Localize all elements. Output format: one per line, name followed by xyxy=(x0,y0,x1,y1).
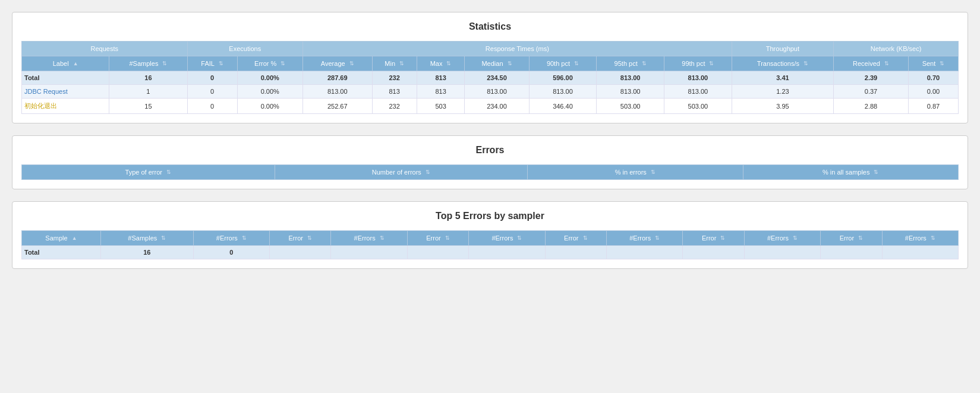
col-error4[interactable]: Error⇅ xyxy=(683,231,745,246)
group-header-requests: Requests xyxy=(22,42,188,56)
sort-icon: ⇅ xyxy=(858,235,863,241)
col-samples[interactable]: #Samples⇅ xyxy=(109,56,187,71)
sort-icon: ⇅ xyxy=(574,61,579,66)
sort-icon: ⇅ xyxy=(162,61,167,66)
col-error3[interactable]: Error⇅ xyxy=(545,231,607,246)
col-error1[interactable]: Error⇅ xyxy=(269,231,331,246)
statistics-title: Statistics xyxy=(21,21,959,32)
col-nerror5[interactable]: #Errors⇅ xyxy=(882,231,958,246)
col-p95[interactable]: 95th pct⇅ xyxy=(597,56,664,71)
sort-icon: ⇅ xyxy=(517,235,522,241)
statistics-table: Requests Executions Response Times (ms) … xyxy=(21,41,959,114)
top5errors-section: Top 5 Errors by sampler Sample▲ #Samples… xyxy=(12,201,968,269)
col-type-of-error[interactable]: Type of error⇅ xyxy=(22,165,275,180)
errors-title: Errors xyxy=(21,145,959,156)
sort-icon: ⇅ xyxy=(446,61,451,66)
group-header-response-times: Response Times (ms) xyxy=(302,42,732,56)
sort-icon: ⇅ xyxy=(583,235,588,241)
sort-icon: ⇅ xyxy=(884,61,889,66)
sort-icon: ⇅ xyxy=(380,235,385,241)
col-p90[interactable]: 90th pct⇅ xyxy=(529,56,597,71)
col-error2[interactable]: Error⇅ xyxy=(407,231,469,246)
sort-icon: ⇅ xyxy=(793,235,798,241)
col-sample[interactable]: Sample▲ xyxy=(22,231,101,246)
col-samples2[interactable]: #Samples⇅ xyxy=(100,231,193,246)
sort-icon: ⇅ xyxy=(709,61,714,66)
col-errors-total[interactable]: #Errors⇅ xyxy=(193,231,269,246)
col-min[interactable]: Min⇅ xyxy=(372,56,417,71)
sort-icon: ⇅ xyxy=(349,61,354,66)
sort-icon: ⇅ xyxy=(720,235,725,241)
errors-table: Type of error⇅ Number of errors⇅ % in er… xyxy=(21,164,959,180)
sort-icon: ⇅ xyxy=(281,61,285,66)
table-row: 初始化退出1500.00%252.67232503234.00346.40503… xyxy=(22,99,959,114)
group-header-executions: Executions xyxy=(187,42,302,56)
table-row: Total160 xyxy=(22,246,959,259)
sort-icon: ⇅ xyxy=(874,169,878,175)
col-tps[interactable]: Transactions/s⇅ xyxy=(732,56,833,71)
sort-icon: ⇅ xyxy=(399,61,404,66)
col-p99[interactable]: 99th pct⇅ xyxy=(664,56,732,71)
col-error-pct[interactable]: Error %⇅ xyxy=(237,56,302,71)
col-max[interactable]: Max⇅ xyxy=(417,56,465,71)
col-nerror4[interactable]: #Errors⇅ xyxy=(744,231,820,246)
errors-section: Errors Type of error⇅ Number of errors⇅ … xyxy=(12,135,968,189)
sort-icon: ⇅ xyxy=(651,169,656,175)
col-received[interactable]: Received⇅ xyxy=(834,56,909,71)
col-label[interactable]: Label▲ xyxy=(22,56,109,71)
sort-icon: ⇅ xyxy=(642,61,647,66)
sort-icon: ⇅ xyxy=(307,235,312,241)
sort-icon: ⇅ xyxy=(803,61,808,66)
sort-icon: ⇅ xyxy=(931,235,935,241)
col-number-of-errors[interactable]: Number of errors⇅ xyxy=(275,165,528,180)
top5errors-title: Top 5 Errors by sampler xyxy=(21,211,959,221)
sort-icon: ⇅ xyxy=(940,61,944,66)
col-average[interactable]: Average⇅ xyxy=(302,56,372,71)
table-row: Total1600.00%287.69232813234.50596.00813… xyxy=(22,71,959,85)
col-nerror2[interactable]: #Errors⇅ xyxy=(469,231,545,246)
sort-icon: ⇅ xyxy=(655,235,660,241)
sort-icon: ⇅ xyxy=(166,169,171,175)
sort-icon: ⇅ xyxy=(219,61,223,66)
col-pct-in-all-samples[interactable]: % in all samples⇅ xyxy=(743,165,959,180)
col-nerror1[interactable]: #Errors⇅ xyxy=(331,231,407,246)
sort-icon: ⇅ xyxy=(445,235,450,241)
group-header-network: Network (KB/sec) xyxy=(834,42,959,56)
group-header-throughput: Throughput xyxy=(732,42,833,56)
col-sent[interactable]: Sent⇅ xyxy=(908,56,958,71)
statistics-section: Statistics Requests Executions Response … xyxy=(12,12,968,123)
col-nerror3[interactable]: #Errors⇅ xyxy=(607,231,683,246)
col-fail[interactable]: FAIL⇅ xyxy=(187,56,237,71)
table-row: JDBC Request100.00%813.00813813813.00813… xyxy=(22,85,959,99)
col-median[interactable]: Median⇅ xyxy=(465,56,529,71)
sort-icon: ⇅ xyxy=(242,235,247,241)
sort-icon: ⇅ xyxy=(161,235,166,241)
sort-icon: ▲ xyxy=(73,61,78,66)
sort-icon: ▲ xyxy=(72,235,77,241)
sort-icon: ⇅ xyxy=(426,169,430,175)
col-pct-in-errors[interactable]: % in errors⇅ xyxy=(528,165,743,180)
col-error5[interactable]: Error⇅ xyxy=(821,231,883,246)
sort-icon: ⇅ xyxy=(508,61,512,66)
top5errors-table: Sample▲ #Samples⇅ #Errors⇅ Error⇅ #Error… xyxy=(21,230,959,259)
